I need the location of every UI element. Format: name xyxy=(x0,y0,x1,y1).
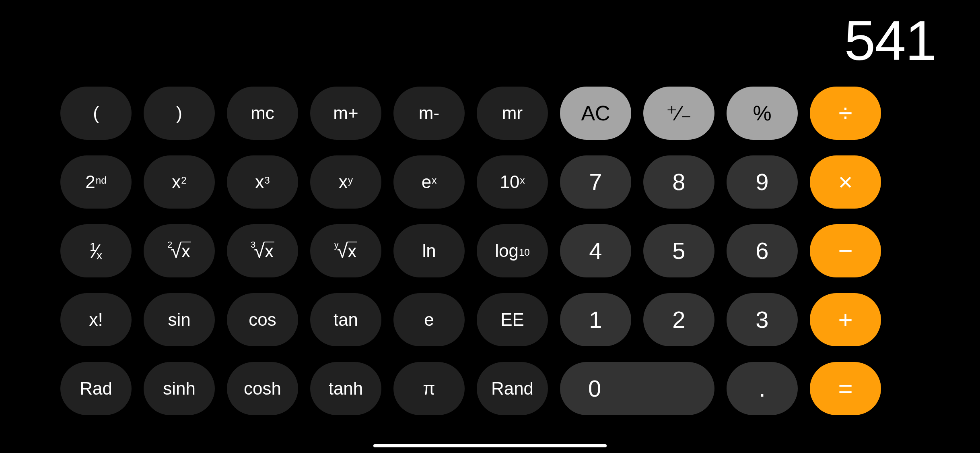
home-indicator[interactable] xyxy=(373,444,607,447)
rand-button[interactable]: Rand xyxy=(477,362,548,415)
divide-button[interactable]: ÷ xyxy=(810,87,881,140)
factorial-button[interactable]: x! xyxy=(60,293,132,346)
label-base: 10 xyxy=(500,173,519,191)
label-base: 2 xyxy=(85,173,95,191)
label-base: e xyxy=(422,173,431,191)
root-arg: x xyxy=(264,242,274,260)
digit-3-button[interactable]: 3 xyxy=(727,293,798,346)
tan-button[interactable]: tan xyxy=(310,293,381,346)
digit-5-button[interactable]: 5 xyxy=(643,224,714,277)
sin-button[interactable]: sin xyxy=(144,293,215,346)
root-arg: x xyxy=(181,242,191,260)
e-constant-button[interactable]: e xyxy=(393,293,465,346)
negate-button[interactable]: ⁺∕₋ xyxy=(643,87,714,140)
digit-2-button[interactable]: 2 xyxy=(643,293,714,346)
digit-1-button[interactable]: 1 xyxy=(560,293,631,346)
square-root-button[interactable]: 2 √ x xyxy=(144,224,215,277)
memory-recall-button[interactable]: mr xyxy=(477,87,548,140)
all-clear-button[interactable]: AC xyxy=(560,87,631,140)
root-label: 3 √ x xyxy=(251,241,274,261)
label-base: x xyxy=(172,173,181,191)
ten-to-x-button[interactable]: 10x xyxy=(477,155,548,209)
e-to-x-button[interactable]: ex xyxy=(393,155,465,209)
label-sub: 10 xyxy=(519,248,530,257)
memory-clear-button[interactable]: mc xyxy=(227,87,298,140)
keypad: ( ) mc m+ m- mr AC ⁺∕₋ % ÷ 2nd x2 x3 xy … xyxy=(60,87,881,415)
cos-button[interactable]: cos xyxy=(227,293,298,346)
reciprocal-button[interactable]: 1 ⁄ x xyxy=(60,224,132,277)
label-exp: nd xyxy=(96,176,107,185)
label-exp: 3 xyxy=(264,176,270,185)
cube-root-button[interactable]: 3 √ x xyxy=(227,224,298,277)
percent-button[interactable]: % xyxy=(727,87,798,140)
label-base: log xyxy=(495,242,519,260)
digit-6-button[interactable]: 6 xyxy=(727,224,798,277)
multiply-button[interactable]: × xyxy=(810,155,881,209)
left-paren-button[interactable]: ( xyxy=(60,87,132,140)
root-arg: x xyxy=(347,242,357,260)
plus-button[interactable]: + xyxy=(810,293,881,346)
digit-8-button[interactable]: 8 xyxy=(643,155,714,209)
digit-7-button[interactable]: 7 xyxy=(560,155,631,209)
root-label: y √ x xyxy=(334,241,358,261)
rad-button[interactable]: Rad xyxy=(60,362,132,415)
fraction-numerator: 1 xyxy=(90,241,97,253)
fraction-label: 1 ⁄ x xyxy=(90,241,103,261)
log10-button[interactable]: log10 xyxy=(477,224,548,277)
memory-minus-button[interactable]: m- xyxy=(393,87,465,140)
x-to-y-button[interactable]: xy xyxy=(310,155,381,209)
label-exp: x xyxy=(432,176,436,185)
calculator-display: 541 xyxy=(844,8,936,73)
root-index: 3 xyxy=(251,240,255,249)
label-exp: 2 xyxy=(181,176,186,185)
root-index: y xyxy=(334,240,339,249)
minus-button[interactable]: − xyxy=(810,224,881,277)
root-label: 2 √ x xyxy=(167,241,191,261)
equals-button[interactable]: = xyxy=(810,362,881,415)
label-base: x xyxy=(339,173,348,191)
memory-plus-button[interactable]: m+ xyxy=(310,87,381,140)
label-exp: x xyxy=(520,176,525,185)
x-cubed-button[interactable]: x3 xyxy=(227,155,298,209)
digit-0-button[interactable]: 0 xyxy=(560,362,714,415)
label-exp: y xyxy=(348,176,353,185)
label-base: x xyxy=(255,173,264,191)
right-paren-button[interactable]: ) xyxy=(144,87,215,140)
root-index: 2 xyxy=(167,240,172,249)
second-function-button[interactable]: 2nd xyxy=(60,155,132,209)
fraction-denominator: x xyxy=(96,249,102,261)
decimal-button[interactable]: . xyxy=(727,362,798,415)
x-squared-button[interactable]: x2 xyxy=(144,155,215,209)
sinh-button[interactable]: sinh xyxy=(144,362,215,415)
ee-button[interactable]: EE xyxy=(477,293,548,346)
cosh-button[interactable]: cosh xyxy=(227,362,298,415)
pi-button[interactable]: π xyxy=(393,362,465,415)
y-root-button[interactable]: y √ x xyxy=(310,224,381,277)
digit-4-button[interactable]: 4 xyxy=(560,224,631,277)
digit-9-button[interactable]: 9 xyxy=(727,155,798,209)
natural-log-button[interactable]: ln xyxy=(393,224,465,277)
tanh-button[interactable]: tanh xyxy=(310,362,381,415)
